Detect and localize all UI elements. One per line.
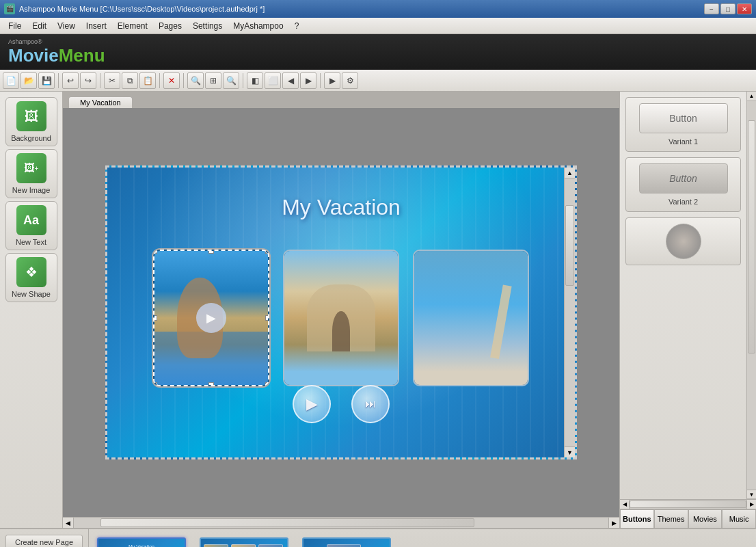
canvas-container: My Vacation ▶ [63, 108, 619, 517]
background-icon: 🖼 [16, 101, 46, 131]
toolbar: 📄 📂 💾 ↩ ↪ ✂ ⧉ 📋 ✕ 🔍 ⊞ 🔍 ◧ ⬜ ◀ ▶ ▶ ⚙ [0, 70, 756, 92]
handle-tm-1[interactable] [208, 250, 214, 254]
tool-new-shape[interactable]: ❖ New Shape [5, 253, 57, 302]
brand-header: Ashampoo® MovieMenu [0, 34, 756, 70]
new-shape-icon: ❖ [16, 257, 46, 287]
toolbar-zoom-out-button[interactable]: 🔍 [223, 72, 239, 89]
variant-1-label: Variant 1 [669, 137, 698, 146]
hscroll-left-arrow[interactable]: ◀ [63, 518, 74, 529]
tab-movies[interactable]: Movies [688, 509, 723, 528]
page-thumb-scenes[interactable]: Scenes [200, 537, 288, 547]
maximize-button[interactable]: □ [720, 3, 735, 14]
thumbnail-2[interactable] [283, 250, 399, 386]
toolbar-arrow-left-button[interactable]: ◀ [282, 72, 299, 89]
toolbar-redo-button[interactable]: ↪ [80, 72, 96, 89]
rhscroll-thumb[interactable] [630, 501, 746, 508]
minimize-button[interactable]: − [704, 3, 719, 14]
vscroll-track [565, 178, 575, 446]
menu-insert[interactable]: Insert [81, 20, 112, 32]
toolbar-undo-button[interactable]: ↩ [62, 72, 79, 89]
toolbar-zoom-in-button[interactable]: 🔍 [187, 72, 204, 89]
page-controls: Create new Page Edit Page Delete Page Pr… [0, 529, 89, 547]
tab-buttons[interactable]: Buttons [620, 509, 654, 528]
toolbar-save-button[interactable]: 💾 [38, 72, 55, 89]
menu-settings[interactable]: Settings [187, 20, 228, 32]
page-thumb-img-main-menu: My Vacation [97, 537, 186, 547]
toolbar-delete-button[interactable]: ✕ [163, 72, 180, 89]
toolbar-align-left-button[interactable]: ◧ [247, 72, 263, 89]
toolbar-paste-button[interactable]: 📋 [139, 72, 156, 89]
menu-bar: File Edit View Insert Element Pages Sett… [0, 18, 756, 34]
canvas-scenes-button[interactable]: ⏭ [351, 385, 390, 423]
menu-element[interactable]: Element [112, 20, 153, 32]
toolbar-settings-button[interactable]: ⚙ [342, 72, 358, 89]
close-button[interactable]: ✕ [737, 3, 752, 14]
right-panel-inner: Button Variant 1 Button Variant 2 [620, 92, 756, 499]
menu-file[interactable]: File [3, 20, 27, 32]
handle-tr-1[interactable] [265, 250, 269, 254]
toolbar-preview-button[interactable]: ▶ [324, 72, 340, 89]
variant-2-text: Button [669, 173, 697, 184]
thumb-play-1[interactable]: ▶ [196, 303, 226, 333]
toolbar-cut-button[interactable]: ✂ [104, 72, 120, 89]
page-thumb-main-menu[interactable]: My Vacation Main Menu [97, 537, 186, 547]
sail-shape [490, 285, 512, 359]
page-thumb-img-scenes1 [302, 537, 391, 547]
handle-tl-1[interactable] [153, 250, 157, 254]
canvas-tabs: My Vacation [63, 92, 619, 108]
canvas-vscrollbar[interactable]: ▲ ▼ [564, 168, 575, 457]
toolbar-separator-3 [159, 73, 160, 88]
menu-edit[interactable]: Edit [27, 20, 52, 32]
bottom-section: Create new Page Edit Page Delete Page Pr… [0, 528, 756, 547]
rvscroll-thumb[interactable] [748, 120, 755, 353]
tool-new-image[interactable]: 🖼+ New Image [5, 149, 57, 198]
variant-button-3[interactable] [666, 224, 701, 259]
tool-background[interactable]: 🖼 Background [5, 97, 57, 146]
tab-themes[interactable]: Themes [654, 509, 688, 528]
variant-button-1[interactable]: Button [639, 103, 728, 133]
app-icon: 🎬 [4, 3, 15, 14]
toolbar-copy-button[interactable]: ⧉ [122, 72, 138, 89]
thumbnail-1[interactable]: ▶ [153, 250, 269, 386]
canvas-thumbnails: ▶ [128, 243, 554, 393]
toolbar-new-button[interactable]: 📄 [3, 72, 19, 89]
handle-rm-1[interactable] [265, 315, 269, 321]
menu-pages[interactable]: Pages [153, 20, 187, 32]
rhscroll-right-arrow[interactable]: ▶ [746, 500, 756, 509]
rvscroll-track [747, 101, 756, 490]
toolbar-align-center-button[interactable]: ⬜ [265, 72, 281, 89]
new-text-label: New Text [16, 238, 46, 246]
toolbar-zoom-fit-button[interactable]: ⊞ [205, 72, 221, 89]
toolbar-open-button[interactable]: 📂 [21, 72, 37, 89]
menu-myashampoo[interactable]: MyAshampoo [228, 20, 288, 32]
toolbar-arrow-right-button[interactable]: ▶ [300, 72, 316, 89]
page-thumb-scenes1[interactable]: Scenes 1 [302, 537, 391, 547]
rhscroll-left-arrow[interactable]: ◀ [620, 500, 630, 509]
toolbar-separator-1 [58, 73, 59, 88]
tool-new-text[interactable]: Aa New Text [5, 201, 57, 250]
variants-list: Button Variant 1 Button Variant 2 [620, 92, 746, 271]
hscroll-right-arrow[interactable]: ▶ [608, 518, 619, 529]
tab-music[interactable]: Music [722, 509, 756, 528]
canvas-tab-main[interactable]: My Vacation [68, 96, 133, 108]
thumbnail-3[interactable] [413, 250, 529, 386]
handle-lm-1[interactable] [153, 315, 157, 321]
variant-button-2[interactable]: Button [639, 163, 728, 194]
create-page-button[interactable]: Create new Page [5, 535, 83, 547]
rvscroll-up-arrow[interactable]: ▲ [747, 92, 756, 101]
right-hscrollbar: ◀ ▶ [620, 499, 756, 509]
mini-thumb-s11 [327, 544, 361, 547]
hscroll-thumb[interactable] [100, 518, 474, 527]
vscroll-thumb[interactable] [565, 205, 574, 286]
vscroll-down-arrow[interactable]: ▼ [565, 446, 575, 457]
toolbar-separator-2 [100, 73, 100, 88]
vscroll-up-arrow[interactable]: ▲ [565, 168, 575, 178]
menu-help[interactable]: ? [289, 20, 305, 32]
variant-1-text: Button [669, 113, 697, 124]
background-label: Background [11, 134, 51, 142]
rvscroll-down-arrow[interactable]: ▼ [747, 490, 756, 499]
movie-canvas[interactable]: My Vacation ▶ [105, 165, 577, 459]
new-image-icon: 🖼+ [16, 153, 46, 183]
menu-view[interactable]: View [52, 20, 81, 32]
canvas-play-button[interactable]: ▶ [293, 385, 331, 423]
